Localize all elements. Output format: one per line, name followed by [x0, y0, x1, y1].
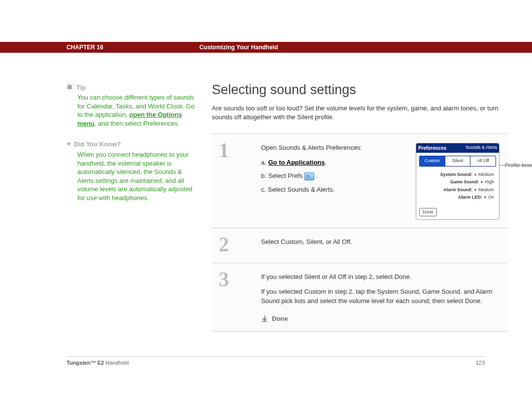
footer-page-number: 123 — [476, 360, 485, 366]
done-label: Done — [272, 314, 288, 324]
step-number: 2 — [219, 234, 254, 255]
step-3: 3 If you selected Silent or All Off in s… — [212, 263, 507, 332]
tab-all-off[interactable]: All Off — [470, 156, 496, 166]
intro-paragraph: Are sounds too soft or too loud? Set the… — [212, 104, 507, 122]
step1-b: b. Select Prefs . — [261, 171, 408, 181]
dyk-heading: Did You Know? — [74, 140, 121, 148]
step1-a: a. Go to Applications. — [261, 158, 408, 168]
tip-heading: Tip — [76, 84, 86, 91]
chapter-label: CHAPTER 16 — [66, 44, 103, 51]
step-number: 1 — [219, 140, 254, 161]
footer-product: Tungsten™ E2 Handheld — [66, 360, 129, 366]
chevron-down-icon: ▾ — [474, 172, 476, 178]
device-done-button[interactable]: Done — [419, 208, 437, 217]
chevron-down-icon: ▾ — [484, 195, 486, 201]
page-title: Selecting sound settings — [212, 82, 507, 98]
asterisk-icon: ✱ — [66, 83, 73, 91]
chapter-header-bar: CHAPTER 16 Customizing Your Handheld — [0, 42, 532, 53]
profile-tabs: Custom Silent All Off — [419, 156, 496, 167]
step1-c: c. Select Sounds & Alerts. — [261, 185, 408, 195]
tab-custom[interactable]: Custom — [420, 156, 445, 166]
arrow-down-icon — [261, 315, 268, 322]
prefs-app-icon — [304, 172, 314, 180]
step3-p1: If you selected Silent or All Off in ste… — [261, 272, 499, 282]
preferences-screenshot: Preferences Sounds & Alerts Custom Silen… — [416, 143, 499, 220]
chevron-down-icon: ▾ — [481, 179, 483, 185]
steps-list: 1 Open Sounds & Alerts Preferences: a. G… — [212, 134, 507, 332]
section-title: Customizing Your Handheld — [200, 44, 278, 51]
done-indicator: Done — [261, 314, 499, 324]
dev-title-left: Preferences — [418, 144, 446, 152]
step-2: 2 Select Custom, Silent, or All Off. — [212, 228, 507, 263]
callout-profile-boxes: Profile boxes — [505, 161, 532, 170]
dyk-body: When you connect headphones to your hand… — [66, 150, 197, 202]
step-1: 1 Open Sounds & Alerts Preferences: a. G… — [212, 134, 507, 228]
main-content: Selecting sound settings Are sounds too … — [212, 82, 532, 332]
dev-title-right: Sounds & Alerts — [466, 144, 497, 152]
sidebar: ✱Tip You can choose different types of s… — [0, 82, 212, 332]
step-number: 3 — [219, 269, 254, 290]
chevron-down-icon: ▾ — [474, 187, 476, 193]
tab-silent[interactable]: Silent — [445, 156, 471, 166]
tip-block: ✱Tip You can choose different types of s… — [66, 82, 197, 128]
step3-p2: If you selected Custom in step 2, tap th… — [261, 287, 499, 306]
step1-intro: Open Sounds & Alerts Preferences: — [261, 143, 408, 153]
tip-body: You can choose different types of sounds… — [66, 93, 197, 128]
step2-text: Select Custom, Silent, or All Off. — [261, 234, 499, 255]
plus-icon: + — [66, 139, 71, 148]
did-you-know-block: +Did You Know? When you connect headphon… — [66, 138, 197, 202]
go-to-applications-link[interactable]: Go to Applications — [268, 159, 325, 166]
page-footer: Tungsten™ E2 Handheld 123 — [66, 356, 485, 380]
